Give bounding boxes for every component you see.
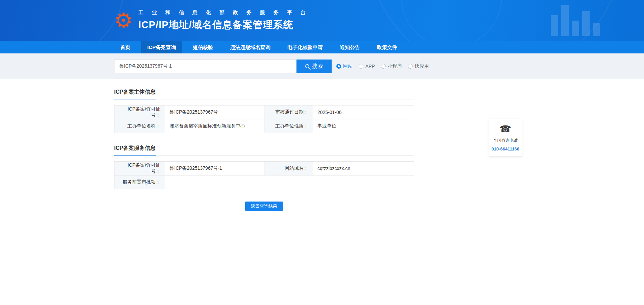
radio-option-website[interactable]: 网站 — [336, 63, 353, 69]
label-website-domain: 网站域名： — [264, 162, 313, 175]
radio-option-app[interactable]: APP — [359, 64, 375, 69]
search-section: 搜索 网站 APP 小程序 快应用 — [0, 53, 644, 79]
table-row: ICP备案/许可证号： 鲁ICP备2025137967号-1 网站域名： cqt… — [114, 162, 414, 175]
radio-label: 网站 — [343, 63, 353, 69]
section-title-service: ICP备案服务信息 — [114, 145, 156, 156]
contact-phone-number: 010-66411166 — [490, 146, 520, 151]
page-title: ICP/IP地址/域名信息备案管理系统 — [138, 18, 314, 32]
nav-item-e-verification[interactable]: 电子化核验申请 — [281, 41, 329, 53]
search-button[interactable]: 搜索 — [297, 60, 332, 73]
label-pre-approval-item: 服务前置审批项： — [114, 175, 165, 189]
site-logo gear-icon[interactable]: ⚙ — [114, 10, 133, 31]
label-review-pass-date: 审核通过日期： — [264, 105, 313, 119]
radio-label: 小程序 — [388, 63, 402, 69]
table-row: 主办单位名称： 潍坊畜禽屠宰质量标准创新服务中心 主办单位性质： 事业单位 — [114, 119, 414, 133]
table-row: 服务前置审批项： — [114, 175, 414, 189]
section-title-subject: ICP备案主体信息 — [114, 89, 156, 99]
magnifier-icon — [305, 64, 309, 68]
value-organizer-name: 潍坊畜禽屠宰质量标准创新服务中心 — [165, 119, 264, 133]
radio-label: APP — [365, 64, 375, 69]
section-service-info: ICP备案服务信息 — [114, 145, 414, 156]
nav-item-icp-query[interactable]: ICP备案查询 — [141, 41, 182, 53]
value-organizer-nature: 事业单位 — [313, 119, 414, 133]
skyline-decoration — [551, 5, 600, 36]
search-type-radio-group: 网站 APP 小程序 快应用 — [336, 63, 429, 69]
nav-item-notices[interactable]: 通知公告 — [334, 41, 366, 53]
radio-option-miniprogram[interactable]: 小程序 — [381, 63, 402, 69]
radio-label: 快应用 — [415, 63, 429, 69]
table-row: ICP备案/许可证号： 鲁ICP备2025137967号 审核通过日期： 202… — [114, 105, 414, 119]
contact-label: 全国咨询电话 — [490, 138, 520, 143]
radio-option-quickapp[interactable]: 快应用 — [408, 63, 429, 69]
decorative-circle — [0, 0, 125, 41]
subject-info-table: ICP备案/许可证号： 鲁ICP备2025137967号 审核通过日期： 202… — [114, 105, 414, 133]
search-input[interactable] — [114, 60, 297, 73]
value-pre-approval-item — [165, 175, 414, 189]
label-icp-license-number: ICP备案/许可证号： — [114, 105, 165, 119]
label-organizer-nature: 主办单位性质： — [264, 119, 313, 133]
telephone-icon: ☎ — [490, 124, 520, 134]
label-service-icp-number: ICP备案/许可证号： — [114, 162, 165, 175]
value-icp-license-number: 鲁ICP备2025137967号 — [165, 105, 264, 119]
nav-item-illegal-domain-query[interactable]: 违法违规域名查询 — [224, 41, 277, 53]
value-website-domain: cqtzzlbzcxzx.cn — [313, 162, 414, 175]
search-button-label: 搜索 — [312, 63, 323, 70]
nav-item-sms-verify[interactable]: 短信核验 — [187, 41, 219, 53]
site-titles: 工业和信息化部政务服务平台 ICP/IP地址/域名信息备案管理系统 — [138, 9, 314, 32]
nav-item-policy-documents[interactable]: 政策文件 — [371, 41, 403, 53]
main-navigation: 首页 ICP备案查询 短信核验 违法违规域名查询 电子化核验申请 通知公告 政策… — [0, 41, 644, 53]
service-info-table: ICP备案/许可证号： 鲁ICP备2025137967号-1 网站域名： cqt… — [114, 161, 414, 189]
radio-icon — [336, 64, 341, 69]
nav-item-home[interactable]: 首页 — [114, 41, 136, 53]
content-area: ICP备案主体信息 ICP备案/许可证号： 鲁ICP备2025137967号 审… — [114, 79, 530, 211]
value-review-pass-date: 2025-01-06 — [313, 105, 414, 119]
contact-card: ☎ 全国咨询电话 010-66411166 — [489, 119, 522, 157]
radio-icon — [381, 64, 386, 69]
radio-icon — [408, 64, 413, 69]
section-subject-info: ICP备案主体信息 — [114, 89, 414, 99]
label-organizer-name: 主办单位名称： — [114, 119, 165, 133]
back-to-results-button[interactable]: 返回查询结果 — [245, 202, 283, 211]
header-banner: ⚙ 工业和信息化部政务服务平台 ICP/IP地址/域名信息备案管理系统 — [0, 0, 644, 41]
platform-subtitle: 工业和信息化部政务服务平台 — [138, 9, 314, 16]
value-service-icp-number: 鲁ICP备2025137967号-1 — [165, 162, 264, 175]
radio-icon — [359, 64, 363, 69]
